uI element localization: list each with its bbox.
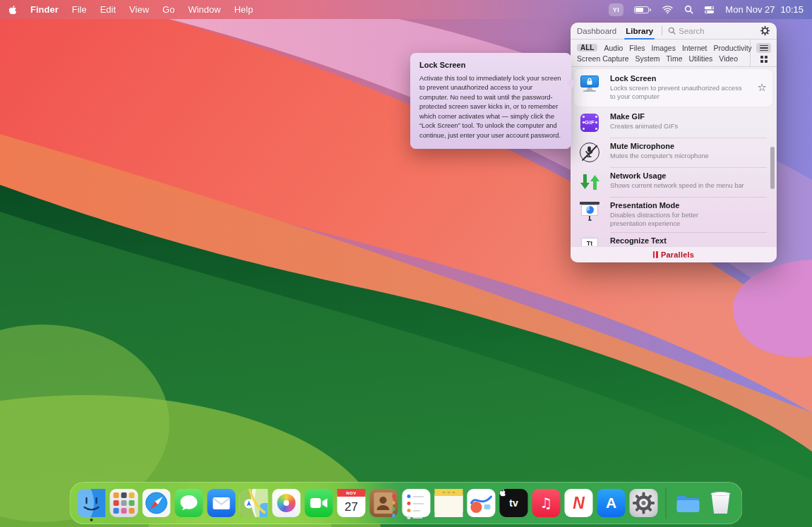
dock-icon-apple-tv[interactable]: tv xyxy=(500,489,528,517)
dock-icon-trash[interactable] xyxy=(707,489,735,517)
dock-icon-app-store[interactable]: A xyxy=(597,489,626,517)
category-screen-capture[interactable]: Screen Capture xyxy=(577,54,629,63)
menu-item-file[interactable]: File xyxy=(72,4,87,15)
tab-dashboard[interactable]: Dashboard xyxy=(577,27,616,35)
tool-row-recognize-text[interactable]: Tt Recognize Text Recognizes and extract… xyxy=(571,232,777,246)
tab-library[interactable]: Library xyxy=(626,27,653,35)
settings-gear-icon[interactable] xyxy=(760,25,770,36)
dock-icon-contacts[interactable] xyxy=(370,489,398,517)
running-indicator xyxy=(90,519,93,521)
dock-icon-finder[interactable] xyxy=(78,489,106,517)
search-input[interactable] xyxy=(679,27,742,35)
dock: NOV 27 xyxy=(70,482,743,524)
dock-icon-messages[interactable] xyxy=(175,489,203,517)
menu-item-edit[interactable]: Edit xyxy=(100,4,116,15)
tool-row-presentation-mode[interactable]: Presentation Mode Disables distractions … xyxy=(571,197,777,233)
dock-icon-facetime[interactable] xyxy=(305,489,333,517)
scrollbar-thumb[interactable] xyxy=(770,147,775,189)
calendar-day: 27 xyxy=(338,497,366,517)
tool-name: Lock Screen xyxy=(610,74,748,83)
header-divider xyxy=(662,26,662,35)
dock-icon-mail[interactable] xyxy=(208,489,236,517)
lock-screen-icon xyxy=(579,74,600,95)
category-video[interactable]: Video xyxy=(719,54,738,63)
search-icon xyxy=(668,27,676,35)
view-toggle-group xyxy=(750,40,777,66)
tool-description: Disables distractions for better present… xyxy=(610,211,723,229)
tool-name: Mute Microphone xyxy=(610,142,709,150)
search-box xyxy=(668,27,760,35)
category-files[interactable]: Files xyxy=(629,44,645,52)
control-center-icon[interactable] xyxy=(704,6,715,14)
tv-label: tv xyxy=(509,497,518,509)
category-productivity[interactable]: Productivity xyxy=(714,44,752,52)
tool-row-make-gif[interactable]: GIF Make GIF Creates animated GIFs xyxy=(571,108,777,138)
dock-icon-launchpad[interactable] xyxy=(110,489,138,517)
category-audio[interactable]: Audio xyxy=(604,44,623,52)
dock-icon-photos[interactable] xyxy=(273,489,301,517)
dock-icon-freeform[interactable] xyxy=(467,489,496,517)
wifi-icon[interactable] xyxy=(662,5,674,14)
dock-icon-news[interactable]: N xyxy=(565,489,593,517)
parallels-toolbox-menu-icon[interactable]: YI xyxy=(609,4,624,16)
parallels-logo-text: Parallels xyxy=(661,250,694,259)
tool-name: Network Usage xyxy=(610,171,744,180)
recognize-text-icon: Tt xyxy=(579,236,600,246)
category-time[interactable]: Time xyxy=(667,54,683,63)
tooltip-title: Lock Screen xyxy=(419,61,562,69)
dock-icon-music[interactable]: ♫ xyxy=(532,489,561,517)
music-note-glyph: ♫ xyxy=(532,489,561,517)
tool-row-lock-screen[interactable]: Lock Screen Locks screen to prevent unau… xyxy=(574,69,772,107)
favorite-star-icon[interactable]: ☆ xyxy=(758,81,767,94)
parallels-logo-icon xyxy=(653,251,658,258)
battery-icon[interactable] xyxy=(634,6,651,13)
dock-icon-reminders[interactable] xyxy=(402,489,431,517)
category-filter-bar: ALL Audio Files Images Internet Producti… xyxy=(571,40,777,67)
clock-date: Mon Nov 27 xyxy=(725,4,775,15)
menu-item-go[interactable]: Go xyxy=(162,4,174,15)
toolbox-header: Dashboard Library xyxy=(571,23,777,40)
dock-icon-safari[interactable] xyxy=(143,489,171,517)
news-letter: N xyxy=(573,494,585,512)
tt-label: Tt xyxy=(582,240,597,246)
category-utilities[interactable]: Utilities xyxy=(689,54,713,63)
tooltip-body: Activate this tool to immediately lock y… xyxy=(419,74,562,140)
clock-time: 10:15 xyxy=(780,4,804,15)
menu-item-finder[interactable]: Finder xyxy=(30,4,59,15)
network-usage-icon xyxy=(579,171,600,193)
spotlight-search-icon[interactable] xyxy=(684,5,693,14)
category-system[interactable]: System xyxy=(635,54,660,63)
menu-item-help[interactable]: Help xyxy=(234,4,253,15)
menu-bar: Finder File Edit View Go Window Help YI xyxy=(0,0,812,19)
dock-icon-downloads[interactable] xyxy=(674,489,703,517)
apple-menu-icon[interactable] xyxy=(8,5,17,15)
toolbox-footer: Parallels xyxy=(571,246,777,262)
presentation-mode-icon xyxy=(579,201,600,222)
menu-item-window[interactable]: Window xyxy=(188,4,220,15)
gif-label: GIF xyxy=(585,119,595,126)
tool-row-network-usage[interactable]: Network Usage Shows current network spee… xyxy=(571,167,777,197)
tool-name: Presentation Mode xyxy=(610,201,723,210)
mute-microphone-icon xyxy=(579,142,600,163)
tool-description: Shows current network speed in the menu … xyxy=(610,181,744,190)
tool-description: Locks screen to prevent unauthorized acc… xyxy=(610,84,748,102)
tool-description: Creates animated GIFs xyxy=(610,122,678,131)
category-internet[interactable]: Internet xyxy=(682,44,707,52)
category-images[interactable]: Images xyxy=(651,44,675,52)
menu-item-view[interactable]: View xyxy=(129,4,149,15)
dock-icon-maps[interactable] xyxy=(240,489,268,517)
list-view-icon[interactable] xyxy=(756,43,771,53)
tool-row-mute-microphone[interactable]: Mute Microphone Mutes the computer's mic… xyxy=(571,138,777,167)
dock-separator xyxy=(666,487,667,519)
desktop: Finder File Edit View Go Window Help YI xyxy=(0,0,812,527)
dock-icon-system-settings[interactable] xyxy=(630,489,658,517)
parallels-toolbox-window: Dashboard Library xyxy=(571,23,777,262)
dock-icon-calendar[interactable]: NOV 27 xyxy=(338,489,366,517)
dock-icon-notes[interactable] xyxy=(435,489,463,517)
grid-view-icon[interactable] xyxy=(760,56,768,63)
category-all[interactable]: ALL xyxy=(577,44,597,52)
tools-list: Lock Screen Locks screen to prevent unau… xyxy=(571,67,777,246)
menu-bar-clock[interactable]: Mon Nov 27 10:15 xyxy=(725,4,804,15)
lock-screen-tooltip: Lock Screen Activate this tool to immedi… xyxy=(410,53,571,149)
tool-name: Recognize Text xyxy=(610,236,732,245)
